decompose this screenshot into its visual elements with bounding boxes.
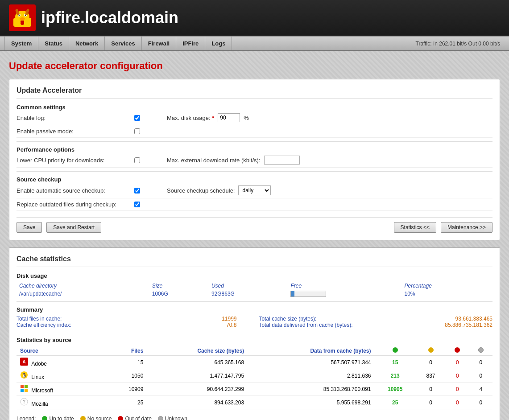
- max-ext-label: Max. external download rate (kbit/s):: [167, 157, 261, 164]
- source-col8-3: 0: [469, 396, 492, 409]
- col-cache-free: Free: [288, 282, 401, 290]
- max-disk-input[interactable]: [218, 113, 240, 122]
- maintenance-button[interactable]: Maintenance >>: [441, 222, 492, 233]
- update-accelerator-title: Update Accelerator: [17, 86, 492, 99]
- nav-firewall[interactable]: Firewall: [142, 37, 176, 50]
- enable-log-checkbox[interactable]: [134, 115, 140, 121]
- source-files-2: 10909: [106, 383, 147, 396]
- source-col7-0: 0: [446, 356, 469, 369]
- source-data-cache-1: 2.811.636: [248, 369, 374, 383]
- source-col8-0: 0: [469, 356, 492, 369]
- source-cache-size-3: 894.633.203: [147, 396, 248, 409]
- summary-grid: Total files in cache: 11999 Total cache …: [17, 316, 492, 328]
- progress-bar-inner: [291, 291, 294, 296]
- col-status-gray: [469, 346, 492, 356]
- save-button[interactable]: Save: [17, 222, 42, 233]
- source-data-cache-3: 5.955.698.291: [248, 396, 374, 409]
- total-files-label: Total files in cache:: [17, 316, 62, 322]
- right-buttons: Statistics << Maintenance >>: [394, 222, 492, 233]
- source-col5-0: 15: [375, 356, 416, 369]
- legend-outofdate: Out of date: [118, 416, 151, 420]
- cache-used-value: 92G863G: [209, 290, 288, 298]
- legend: Legend: Up to date No source Out of date…: [17, 416, 492, 420]
- legend-nosource-label: No source: [87, 416, 112, 420]
- cache-dir-row: /var/updatecache/ 1006G 92G863G 10%: [17, 290, 492, 298]
- nav-status[interactable]: Status: [38, 37, 69, 50]
- cache-pct-value: 10%: [402, 290, 493, 298]
- dot-red: [118, 416, 123, 420]
- schedule-group: Source checkup schedule: daily weekly mo…: [167, 185, 271, 195]
- nav-network[interactable]: Network: [69, 37, 105, 50]
- svg-rect-15: [21, 385, 24, 388]
- legend-nosource: No source: [80, 416, 112, 420]
- total-files-value: 11999: [222, 316, 236, 322]
- required-star: *: [212, 115, 214, 121]
- legend-uptodate: Up to date: [42, 416, 74, 420]
- table-row: 🐧 Linux 1050 1.477.147.795 2.811.636 213…: [17, 369, 492, 383]
- efficiency-row: Cache efficiency index: 70.8: [17, 322, 255, 328]
- source-name-2: Microsoft: [17, 383, 106, 396]
- replace-outdated-checkbox[interactable]: [134, 202, 140, 207]
- col-status-yellow: [416, 346, 446, 356]
- nav-logs[interactable]: Logs: [205, 37, 232, 50]
- enable-auto-row: Enable automatic source checkup: Source …: [17, 185, 492, 198]
- source-label-1: Linux: [31, 374, 44, 380]
- source-col5-3: 25: [375, 396, 416, 409]
- source-icon-2: [20, 384, 28, 392]
- enable-auto-label: Enable automatic source checkup:: [17, 187, 132, 194]
- source-data-cache-2: 85.313.268.700.091: [248, 383, 374, 396]
- cache-table: Cache directory Size Used Free Percentag…: [17, 282, 492, 298]
- lower-cpu-checkbox[interactable]: [134, 157, 140, 163]
- source-label-0: Adobe: [31, 361, 47, 367]
- source-col6-2: 0: [416, 383, 446, 396]
- nav-ipfire[interactable]: IPFire: [176, 37, 205, 50]
- traffic-info: Traffic: In 262.01 bit/s Out 0.00 bit/s: [416, 41, 505, 47]
- source-data-cache-0: 567.507.971.344: [248, 356, 374, 369]
- table-row: Microsoft 10909 90.644.237.299 85.313.26…: [17, 383, 492, 396]
- nav-system[interactable]: System: [4, 37, 38, 50]
- enable-log-label: Enable log:: [17, 115, 132, 121]
- replace-outdated-label: Replace outdated files during checkup:: [17, 201, 132, 208]
- source-label-2: Microsoft: [31, 387, 53, 394]
- enable-passive-checkbox[interactable]: [134, 128, 140, 134]
- source-files-1: 1050: [106, 369, 147, 383]
- cache-size-value: 1006G: [149, 290, 209, 298]
- svg-text:A: A: [22, 359, 25, 364]
- max-ext-group: Max. external download rate (kbit/s):: [167, 156, 300, 165]
- progress-container: [290, 291, 399, 297]
- statistics-button[interactable]: Statistics <<: [394, 222, 436, 233]
- source-col6-0: 0: [416, 356, 446, 369]
- cache-dir-value: /var/updatecache/: [17, 290, 149, 298]
- update-accelerator-card: Update Accelerator Common settings Enabl…: [9, 79, 500, 240]
- enable-passive-label: Enable passive mode:: [17, 128, 132, 135]
- source-col7-1: 0: [446, 369, 469, 383]
- source-cache-size-2: 90.644.237.299: [147, 383, 248, 396]
- svg-rect-17: [21, 389, 24, 392]
- max-disk-group: Max. disk usage: * %: [167, 113, 249, 122]
- source-name-1: 🐧 Linux: [17, 369, 106, 383]
- button-row: Save Save and Restart Statistics << Main…: [17, 217, 492, 233]
- legend-label: Legend:: [17, 416, 36, 420]
- summary-label: Summary: [17, 306, 492, 313]
- total-cache-label: Total cache size (bytes):: [259, 316, 317, 322]
- schedule-select[interactable]: daily weekly monthly: [238, 185, 271, 195]
- legend-uptodate-label: Up to date: [49, 416, 74, 420]
- save-restart-button[interactable]: Save and Restart: [46, 222, 101, 233]
- source-name-0: A Adobe: [17, 356, 106, 369]
- nav-services[interactable]: Services: [105, 37, 142, 50]
- col-files: Files: [106, 346, 147, 356]
- enable-auto-checkbox[interactable]: [134, 188, 140, 194]
- total-cache-row: Total cache size (bytes): 93.661.383.465: [255, 316, 493, 322]
- schedule-label: Source checkup schedule:: [167, 187, 235, 194]
- col-cache-pct: Percentage: [402, 282, 493, 290]
- col-cache-dir: Cache directory: [17, 282, 149, 290]
- enable-passive-row: Enable passive mode:: [17, 128, 492, 138]
- replace-outdated-row: Replace outdated files during checkup:: [17, 201, 492, 211]
- max-ext-input[interactable]: [264, 156, 300, 165]
- source-col8-2: 4: [469, 383, 492, 396]
- total-files-row: Total files in cache: 11999: [17, 316, 255, 322]
- stats-source-body: A Adobe 15 645.365.168 567.507.971.344 1…: [17, 356, 492, 409]
- dot-yellow: [80, 416, 86, 420]
- source-cache-size-1: 1.477.147.795: [147, 369, 248, 383]
- dot-green: [42, 416, 47, 420]
